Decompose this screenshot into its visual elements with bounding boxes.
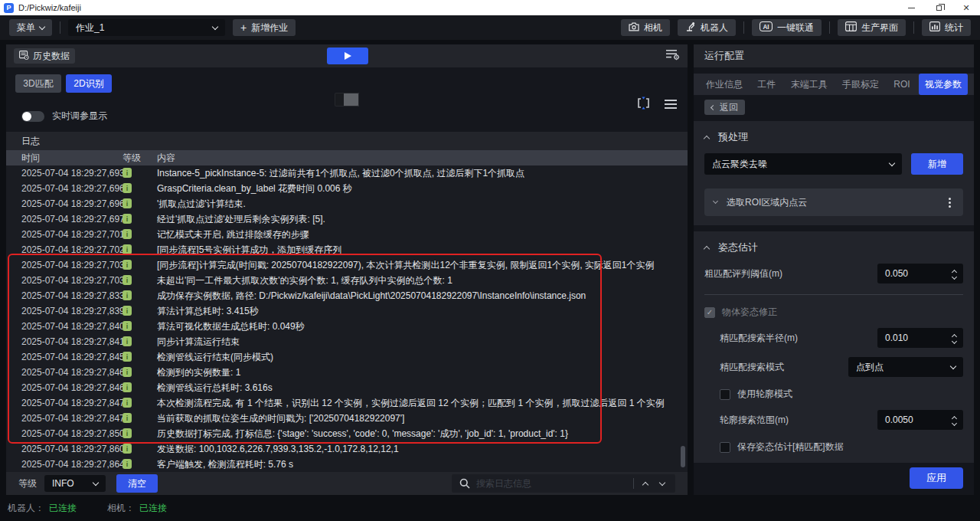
toolbar-button-camera[interactable]: 相机 [621,19,670,36]
search-prev-button[interactable] [640,477,651,490]
stepper-arrows[interactable] [952,415,956,425]
fine-mode-select[interactable]: 点到点 [848,357,963,377]
step-menu-button[interactable] [946,195,954,211]
log-row[interactable]: 2025-07-04 18:29:27,839i算法计算总耗时: 3.415秒 [6,303,688,319]
maximize-button[interactable] [925,0,952,15]
level-filter-select[interactable]: INFO [44,475,106,492]
stats-chart-icon [929,21,940,34]
log-row[interactable]: 2025-07-04 18:29:27,846i检测到的实例数量: 1 [6,365,688,380]
mode-tabs: 3D匹配 2D识别 [15,74,112,93]
pose-correct-row: ✓ 物体姿态修正 [704,306,963,319]
contour-mode-row: 使用轮廓模式 [704,388,963,401]
stepper-arrows[interactable] [952,333,956,343]
mirror-view-icon [636,97,651,110]
tab-2d-recognition[interactable]: 2D识别 [66,74,112,93]
log-row[interactable]: 2025-07-04 18:29:27,847i当前获取的抓取位姿生成的时间戳为… [6,411,688,426]
log-row[interactable]: 2025-07-04 18:29:27,697i经过'抓取点过滤'处理后剩余实例… [6,211,688,227]
log-time: 2025-07-04 18:29:27,840 [21,319,125,334]
log-row[interactable]: 2025-07-04 18:29:27,701i记忆模式未开启, 跳过排除缓存的… [6,227,688,242]
log-row[interactable]: 2025-07-04 18:29:27,703i未超出'同一工件最大抓取次数'的… [6,273,688,288]
save-pose-checkbox[interactable] [720,442,730,453]
viewport-menu-button[interactable] [665,98,677,112]
config-tab-2[interactable]: 末端工具 [785,74,834,95]
contour-mode-checkbox[interactable] [720,389,730,400]
add-job-button[interactable]: + 新增作业 [233,19,296,36]
info-level-icon: i [122,321,132,331]
search-next-button[interactable] [657,477,668,490]
window-title: D:/Pickwiz/kafeiji [18,3,81,12]
log-settings-button[interactable] [666,48,680,64]
clear-log-button[interactable]: 清空 [116,474,158,493]
ai-badge-icon: AI [760,21,773,34]
info-level-icon: i [122,444,132,454]
toolbar-button-stats-chart[interactable]: 统计 [922,19,971,36]
log-row[interactable]: 2025-07-04 18:29:27,702i[同步流程]5号实例计算成功，添… [6,242,688,257]
minimize-button[interactable] [897,0,925,15]
chevron-down-icon [212,23,218,29]
info-level-icon: i [122,168,132,178]
coarse-threshold-stepper[interactable]: 0.050 [877,264,963,283]
save-pose-label: 保存姿态估计[精匹配]数据 [737,441,844,454]
stepper-arrows[interactable] [952,268,956,279]
config-tab-5[interactable]: 视觉参数 [919,74,968,95]
log-scrollbar-thumb[interactable] [681,446,685,467]
config-tab-0[interactable]: 作业信息 [700,74,749,95]
contour-range-stepper[interactable]: 0.0050 [877,410,963,430]
mirror-view-button[interactable] [636,97,651,113]
viewport-thumbnail[interactable] [335,93,359,106]
info-level-icon: i [122,352,132,362]
log-row[interactable]: 2025-07-04 18:29:27,703i[同步流程]计算完成(时间戳: … [6,257,688,273]
realtime-toggle[interactable] [21,111,44,122]
add-step-button[interactable]: 新增 [911,153,963,175]
log-row[interactable]: 2025-07-04 18:29:27,860i发送数据: 100,1032.6… [6,441,688,457]
back-button[interactable]: 返回 [704,100,745,115]
apply-button[interactable]: 应用 [910,467,963,489]
section-divider [704,294,963,295]
realtime-toggle-label: 实时调参显示 [52,110,107,123]
chevron-down-icon [659,479,665,485]
log-message: 未超出'同一工件最大抓取次数'的实例个数: 1, 缓存队列中实例的总个数: 1 [157,273,678,288]
log-footer: 等级 INFO 清空 [6,472,688,495]
toolbar-button-production-grid[interactable]: 生产界面 [838,19,906,36]
top-toolbar: 菜单 作业_1 + 新增作业 相机机器人AI一键联通生产界面统计 [0,15,980,40]
config-tab-3[interactable]: 手眼标定 [836,74,885,95]
preprocess-step-select[interactable]: 点云聚类去噪 [704,153,902,175]
close-button[interactable]: ✕ [952,0,980,15]
config-tab-4[interactable]: ROI [887,74,916,95]
titlebar: P D:/Pickwiz/kafeiji ✕ [0,0,980,15]
log-row[interactable]: 2025-07-04 18:29:27,846i检测管线运行总耗时: 3.616… [6,380,688,395]
pose-correct-checkbox: ✓ [704,307,715,318]
fine-radius-label: 精匹配搜索半径(m) [720,332,798,345]
log-row[interactable]: 2025-07-04 18:29:27,696iGraspCriteria.cl… [6,181,688,196]
log-row[interactable]: 2025-07-04 18:29:27,864i客户端触发, 检测流程耗时: 5… [6,457,688,472]
run-button[interactable] [327,48,368,64]
history-data-button[interactable]: 历史数据 [14,48,75,64]
pose-section-header[interactable]: 姿态估计 [704,241,963,254]
log-row[interactable]: 2025-07-04 18:29:27,833i成功保存实例数据, 路径: D:… [6,288,688,303]
tab-3d-match[interactable]: 3D匹配 [15,74,61,93]
toolbar-divider [829,21,830,34]
log-row[interactable]: 2025-07-04 18:29:27,693iInstance-5_pickI… [6,165,688,181]
log-message: 本次检测流程完成, 有 1 个结果，识别出 12 个实例，实例过滤后返回 12 … [157,395,678,411]
fine-radius-stepper[interactable]: 0.010 [877,328,963,348]
menu-button[interactable]: 菜单 [9,19,52,36]
camera-status: 相机： 已连接 [107,502,167,515]
fine-mode-label: 精匹配搜索模式 [720,361,784,374]
log-search-input[interactable] [476,478,627,489]
job-select[interactable]: 作业_1 [68,19,225,36]
config-tab-1[interactable]: 工件 [751,74,782,95]
preprocess-step-item[interactable]: 选取ROI区域内点云 [704,188,963,216]
log-row[interactable]: 2025-07-04 18:29:27,847i本次检测流程完成, 有 1 个结… [6,395,688,411]
toolbar-button-ai-badge[interactable]: AI一键联通 [752,19,822,36]
log-row[interactable]: 2025-07-04 18:29:27,840i算法可视化数据生成总耗时: 0.… [6,319,688,334]
chevron-up-icon [642,481,648,487]
preprocess-section-header[interactable]: 预处理 [704,130,963,144]
log-time: 2025-07-04 18:29:27,864 [21,457,125,472]
log-row[interactable]: 2025-07-04 18:29:27,845i检测管线运行结束(同步模式) [6,349,688,365]
log-row[interactable]: 2025-07-04 18:29:27,841i同步计算流运行结束 [6,334,688,349]
log-row[interactable]: 2025-07-04 18:29:27,696i'抓取点过滤'计算结束. [6,196,688,211]
coarse-threshold-label: 粗匹配评判阈值(m) [704,267,782,280]
toolbar-button-robot[interactable]: 机器人 [678,19,736,36]
log-row[interactable]: 2025-07-04 18:29:27,850i历史数据打标完成, 打标信息: … [6,426,688,441]
collapse-icon [704,135,710,141]
